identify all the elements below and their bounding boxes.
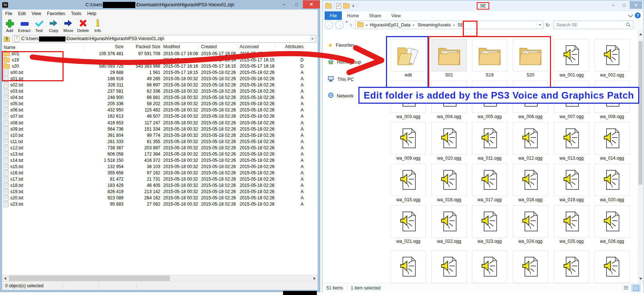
column-divider[interactable] bbox=[237, 44, 237, 50]
search-input[interactable]: Search SE bbox=[554, 21, 633, 29]
toolbar-add-button[interactable]: Add bbox=[2, 18, 17, 33]
audio-file-tile[interactable]: wa_017.ogg bbox=[472, 164, 507, 202]
column-divider[interactable] bbox=[84, 44, 84, 50]
column-divider[interactable] bbox=[160, 44, 161, 50]
table-row[interactable]: s01.txt186 91649 2652015-05-18 00:322015… bbox=[2, 76, 318, 82]
audio-file-tile[interactable]: wa_020.ogg bbox=[594, 164, 630, 202]
scroll-right-arrow[interactable] bbox=[314, 277, 316, 280]
recent-locations-dropdown[interactable] bbox=[346, 23, 348, 27]
new-folder-icon[interactable] bbox=[343, 4, 350, 8]
table-row[interactable]: s06.txt432 950115 4822015-05-18 00:32201… bbox=[2, 107, 318, 113]
table-row[interactable]: s08.txt416 653117 2472015-05-18 00:32201… bbox=[2, 120, 318, 126]
thumbnail-view-button[interactable] bbox=[632, 284, 640, 292]
help-button[interactable]: ? bbox=[635, 13, 641, 18]
scrollbar-thumb[interactable] bbox=[9, 276, 170, 281]
table-row[interactable]: s19.txt826 419213 1422015-05-18 00:32201… bbox=[2, 189, 318, 195]
forward-button[interactable]: → bbox=[335, 21, 344, 29]
table-row[interactable]: s15.txt132 95436 1032015-05-18 00:322015… bbox=[2, 164, 318, 170]
tab-view[interactable]: View bbox=[386, 11, 406, 20]
toolbar-copy-button[interactable]: Copy bbox=[46, 18, 61, 33]
up-button[interactable]: ↑ bbox=[350, 22, 352, 28]
scroll-down-arrow[interactable] bbox=[639, 278, 642, 280]
scroll-up-arrow[interactable] bbox=[639, 33, 642, 35]
audio-file-tile[interactable]: wa_010.ogg bbox=[432, 122, 467, 161]
menu-help[interactable]: Help bbox=[84, 11, 99, 16]
menu-view[interactable]: View bbox=[29, 11, 44, 16]
audio-file-tile[interactable]: wa_019.ogg bbox=[554, 164, 589, 202]
table-row[interactable]: s20580 093 725543 383 9662015-05-17 16:1… bbox=[2, 63, 318, 70]
audio-file-tile[interactable]: wa_024.ogg bbox=[513, 205, 548, 244]
column-divider[interactable] bbox=[275, 44, 275, 50]
table-row[interactable]: s12.txt738 367203 8872015-05-18 00:32201… bbox=[2, 145, 318, 151]
table-row[interactable]: s02.txt326 31186 6972015-05-18 00:322015… bbox=[2, 82, 318, 88]
table-row[interactable]: s16.txt355 65897 1622015-05-18 00:322015… bbox=[2, 170, 318, 176]
breadcrumb-item-current[interactable]: SE bbox=[458, 22, 464, 28]
table-row[interactable]: s01105 376 48197 591 7092015-05-17 16:08… bbox=[2, 51, 318, 57]
menu-file[interactable]: File bbox=[2, 11, 15, 16]
table-row[interactable]: s192015-05-17 16:152015-05-17 16:142015-… bbox=[2, 57, 318, 63]
toolbar-extract-button[interactable]: Extract bbox=[17, 18, 32, 33]
table-row[interactable]: s23.txt95 68327 0822015-05-18 00:322015-… bbox=[2, 201, 318, 207]
table-row[interactable]: s05.txt205 33658 2022015-05-18 00:322015… bbox=[2, 101, 318, 107]
audio-file-tile[interactable] bbox=[594, 250, 630, 283]
audio-file-tile[interactable]: wa_026.ogg bbox=[594, 205, 630, 244]
column-divider[interactable] bbox=[124, 44, 125, 50]
audio-file-tile[interactable]: wa_025.ogg bbox=[554, 205, 589, 244]
table-row[interactable]: s07.txt162 61346 5072015-05-18 00:322015… bbox=[2, 113, 318, 120]
toolbar-info-button[interactable]: Info bbox=[90, 18, 105, 33]
audio-file-tile[interactable]: wa_001.ogg bbox=[554, 39, 589, 78]
audio-file-tile[interactable] bbox=[391, 250, 426, 283]
explorer-titlebar[interactable]: SE – □ ✕ bbox=[322, 0, 644, 11]
table-row[interactable]: s13.txt606 058172 3842015-05-18 00:32201… bbox=[2, 151, 318, 157]
sevenzip-titlebar[interactable]: 7z C:\Users\Downloads\Higurashi\Higurash… bbox=[0, 0, 320, 10]
address-dropdown-button[interactable] bbox=[310, 36, 315, 42]
details-view-button[interactable] bbox=[622, 284, 630, 291]
table-row[interactable]: s10.txt391 80499 7742015-05-18 00:322015… bbox=[2, 132, 318, 139]
vertical-scrollbar[interactable] bbox=[638, 30, 643, 283]
folder-tile[interactable]: S01 bbox=[432, 39, 467, 78]
audio-file-tile[interactable]: wa_015.ogg bbox=[391, 164, 426, 202]
back-button[interactable]: ← bbox=[325, 21, 333, 29]
column-header-attributes[interactable]: Attributes bbox=[276, 44, 304, 50]
audio-file-tile[interactable]: wa_009.ogg bbox=[391, 122, 426, 161]
audio-file-tile[interactable]: wa_016.ogg bbox=[432, 164, 467, 202]
audio-file-tile[interactable] bbox=[513, 250, 548, 283]
table-row[interactable]: s14.txt1 518 150416 3722015-05-18 00:322… bbox=[2, 157, 318, 164]
close-button[interactable]: ✕ bbox=[630, 1, 642, 9]
maximize-button[interactable]: □ bbox=[619, 1, 630, 9]
close-button[interactable]: ✕ bbox=[303, 0, 320, 8]
table-row[interactable]: s18.txt183 42946 4052015-05-18 00:322015… bbox=[2, 182, 318, 189]
folder-tile[interactable]: S19 bbox=[472, 39, 507, 78]
menu-edit[interactable]: Edit bbox=[15, 11, 29, 16]
table-row[interactable]: s20.txt923 089264 1622015-05-18 00:32201… bbox=[2, 195, 318, 201]
column-header-modified[interactable]: Modified bbox=[163, 44, 200, 50]
column-header-name[interactable]: Name bbox=[4, 44, 84, 50]
toolbar-test-button[interactable]: Test bbox=[32, 18, 46, 33]
folder-tile[interactable]: edit bbox=[391, 39, 426, 78]
minimize-button[interactable]: – bbox=[278, 0, 290, 8]
audio-file-tile[interactable] bbox=[554, 250, 589, 283]
scroll-left-arrow[interactable] bbox=[4, 277, 6, 280]
tab-file[interactable]: File bbox=[325, 11, 342, 20]
column-divider[interactable] bbox=[198, 44, 198, 50]
column-header-accessed[interactable]: Accessed bbox=[240, 44, 276, 50]
address-combobox[interactable]: C:\Users\Downloads\Higurashi\HigurashiPS… bbox=[12, 35, 316, 43]
toolbar-move-button[interactable]: Move bbox=[61, 18, 76, 33]
table-row[interactable]: s04.txt248 90066 8812015-05-18 00:322015… bbox=[2, 95, 318, 101]
ribbon-collapse-icon[interactable] bbox=[628, 13, 633, 18]
audio-file-tile[interactable]: wa_013.ogg bbox=[554, 122, 589, 161]
properties-icon[interactable] bbox=[336, 3, 341, 9]
audio-file-tile[interactable] bbox=[432, 250, 467, 283]
table-row[interactable]: s00.txt29 6881 5612015-05-17 18:152015-0… bbox=[2, 70, 318, 76]
folder-tile[interactable]: S20 bbox=[513, 39, 548, 78]
maximize-button[interactable]: □ bbox=[290, 0, 303, 8]
table-row[interactable]: s17.txt81 47221 7312015-05-18 00:322015-… bbox=[2, 176, 318, 182]
breadcrumb-item[interactable]: StreamingAssets bbox=[417, 22, 451, 28]
toolbar-delete-button[interactable]: Delete bbox=[76, 18, 90, 33]
audio-file-tile[interactable]: wa_012.ogg bbox=[513, 122, 548, 161]
breadcrumb-collapsed[interactable]: « bbox=[365, 22, 368, 28]
customize-toolbar-button[interactable] bbox=[352, 5, 354, 7]
column-header-size[interactable]: Size bbox=[85, 44, 124, 50]
audio-file-tile[interactable]: wa_014.ogg bbox=[594, 122, 630, 161]
horizontal-scrollbar[interactable] bbox=[2, 275, 318, 281]
